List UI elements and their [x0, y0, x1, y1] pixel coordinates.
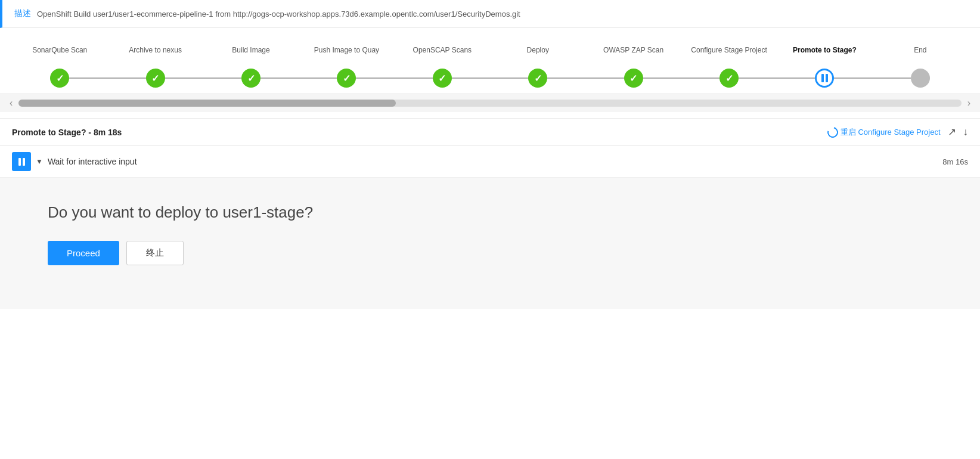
step-label-configure: Configure Stage Project — [691, 40, 767, 61]
checkmark-icon: ✓ — [725, 73, 733, 84]
description-text: OpenShift Build user1/user1-ecommerce-pi… — [37, 10, 520, 18]
button-group: Proceed 终止 — [48, 241, 932, 265]
restart-label: 重启 Configure Stage Project — [841, 127, 941, 138]
scroll-track[interactable] — [18, 100, 961, 107]
step-circle-sonarqube[interactable]: ✓ — [50, 69, 69, 88]
checkmark-icon: ✓ — [56, 73, 64, 84]
scroll-left-arrow[interactable]: ‹ — [6, 98, 16, 108]
pipeline-step-promote: Promote to Stage? — [777, 40, 872, 88]
step-circle-promote[interactable] — [815, 69, 834, 88]
deploy-question: Do you want to deploy to user1-stage? — [48, 201, 346, 223]
stage-row: ▼ Wait for interactive input 8m 16s — [0, 146, 980, 178]
proceed-button[interactable]: Proceed — [48, 241, 119, 265]
checkmark-icon: ✓ — [343, 73, 351, 84]
step-label-promote: Promote to Stage? — [793, 40, 857, 61]
checkmark-icon: ✓ — [151, 73, 159, 84]
step-label-openscap: OpenSCAP Scans — [413, 40, 472, 61]
pipeline-step-owasp: OWASP ZAP Scan ✓ — [585, 40, 681, 88]
stage-section: Promote to Stage? - 8m 18s 重启 Configure … — [0, 119, 980, 309]
restart-icon — [826, 125, 841, 139]
abort-button[interactable]: 终止 — [126, 241, 184, 265]
step-circle-openscap[interactable]: ✓ — [433, 69, 452, 88]
pipeline-step-sonarqube-scan: SonarQube Scan ✓ — [12, 40, 107, 88]
step-circle-configure[interactable]: ✓ — [720, 69, 739, 88]
stage-pause-button[interactable] — [12, 152, 31, 171]
step-label-build: Build Image — [232, 40, 269, 61]
pipeline-step-end: End — [873, 40, 968, 88]
stage-duration: 8m 16s — [942, 157, 968, 166]
step-label-sonarqube: SonarQube Scan — [32, 40, 87, 61]
stage-actions: 重启 Configure Stage Project ↗ ↓ — [827, 126, 968, 138]
step-circle-archive[interactable]: ✓ — [146, 69, 165, 88]
scroll-right-arrow[interactable]: › — [964, 98, 974, 108]
scroll-thumb[interactable] — [18, 100, 396, 107]
pipeline-step-push-image: Push Image to Quay ✓ — [299, 40, 394, 88]
checkmark-icon: ✓ — [247, 73, 255, 84]
pause-bars-icon — [18, 158, 25, 166]
step-circle-end — [911, 69, 930, 88]
checkmark-icon: ✓ — [629, 73, 637, 84]
stage-title: Promote to Stage? - 8m 18s — [12, 128, 122, 137]
pipeline-scroll[interactable]: SonarQube Scan ✓ Archive to nexus ✓ — [0, 40, 980, 94]
step-label-deploy: Deploy — [527, 40, 549, 61]
step-label-push: Push Image to Quay — [314, 40, 379, 61]
pipeline-track: SonarQube Scan ✓ Archive to nexus ✓ — [12, 40, 968, 94]
pipeline-container: SonarQube Scan ✓ Archive to nexus ✓ — [0, 28, 980, 119]
step-circle-push[interactable]: ✓ — [337, 69, 356, 88]
step-label-owasp: OWASP ZAP Scan — [603, 40, 663, 61]
restart-link[interactable]: 重启 Configure Stage Project — [827, 127, 941, 138]
wait-label: Wait for interactive input — [48, 157, 942, 166]
step-label-end: End — [914, 40, 926, 61]
chevron-down-icon[interactable]: ▼ — [36, 157, 43, 166]
pipeline-step-openscap: OpenSCAP Scans ✓ — [395, 40, 490, 88]
pipeline-step-archive-nexus: Archive to nexus ✓ — [107, 40, 203, 88]
description-label: 描述 — [14, 8, 31, 19]
download-icon[interactable]: ↓ — [963, 126, 969, 138]
step-circle-owasp[interactable]: ✓ — [624, 69, 643, 88]
pipeline-step-deploy: Deploy ✓ — [490, 40, 585, 88]
step-circle-build[interactable]: ✓ — [241, 69, 260, 88]
description-bar: 描述 OpenShift Build user1/user1-ecommerce… — [0, 0, 980, 28]
pipeline-step-build-image: Build Image ✓ — [203, 40, 299, 88]
checkmark-icon: ✓ — [438, 73, 446, 84]
checkmark-icon: ✓ — [534, 73, 542, 84]
interactive-input-area: Do you want to deploy to user1-stage? Pr… — [0, 178, 980, 309]
pipeline-scrollbar[interactable]: ‹ › — [0, 94, 980, 112]
stage-header: Promote to Stage? - 8m 18s 重启 Configure … — [0, 119, 980, 146]
external-link-icon[interactable]: ↗ — [948, 126, 956, 138]
step-label-archive: Archive to nexus — [129, 40, 182, 61]
pipeline-step-configure-stage: Configure Stage Project ✓ — [681, 40, 777, 88]
step-circle-deploy[interactable]: ✓ — [528, 69, 547, 88]
pause-icon — [821, 74, 828, 82]
